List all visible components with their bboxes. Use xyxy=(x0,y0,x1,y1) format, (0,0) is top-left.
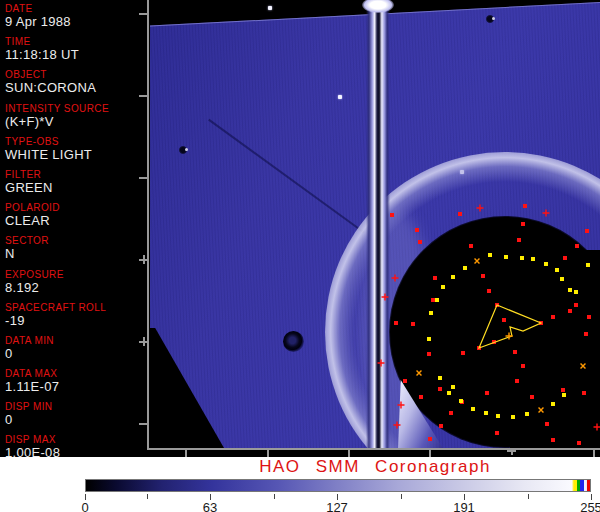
left-plus-mark xyxy=(139,337,148,346)
red-star-dot xyxy=(427,352,431,356)
yellow-star-dot xyxy=(463,266,467,270)
metadata-label: DISP MIN xyxy=(5,401,146,412)
red-star-dot xyxy=(418,240,422,244)
yellow-star-dot xyxy=(544,262,548,266)
metadata-field: SECTORN xyxy=(5,235,146,261)
red-star-dot xyxy=(461,351,465,355)
yellow-star-dot xyxy=(484,411,488,415)
metadata-label: TYPE-OBS xyxy=(5,136,146,147)
yellow-star-dot xyxy=(531,257,535,261)
red-star-dot xyxy=(403,379,407,383)
red-star-dot xyxy=(521,222,525,226)
metadata-field: DISP MIN0 xyxy=(5,401,146,427)
red-star-dot xyxy=(469,244,473,248)
metadata-value: 8.192 xyxy=(5,280,146,295)
metadata-label: SPACECRAFT ROLL xyxy=(5,302,146,313)
red-star-dot xyxy=(513,350,517,354)
red-plus-mark xyxy=(392,275,399,282)
red-star-dot xyxy=(574,303,578,307)
metadata-field: SPACECRAFT ROLL-19 xyxy=(5,302,146,328)
colorbar-minor-tick xyxy=(401,494,402,499)
left-tick xyxy=(139,95,147,97)
metadata-field: INTENSITY SOURCE(K+F)*V xyxy=(5,103,146,129)
coronagraph-image-area[interactable] xyxy=(150,0,600,448)
colorbar-tick-label: 0 xyxy=(81,500,88,512)
red-star-dot xyxy=(394,321,398,325)
metadata-label: OBJECT xyxy=(5,69,146,80)
red-star-dot xyxy=(568,309,572,313)
red-star-dot xyxy=(575,244,579,248)
red-star-dot xyxy=(563,256,567,260)
colorbar-tick-label: 191 xyxy=(453,500,475,512)
red-plus-mark xyxy=(378,360,385,367)
yellow-star-dot xyxy=(488,253,492,257)
red-star-dot xyxy=(419,395,423,399)
yellow-star-dot xyxy=(438,376,442,380)
metadata-field: FILTERGREEN xyxy=(5,169,146,195)
red-star-dot xyxy=(438,387,442,391)
yellow-star-dot xyxy=(447,391,451,395)
metadata-label: FILTER xyxy=(5,169,146,180)
metadata-value: WHITE LIGHT xyxy=(5,147,146,162)
metadata-label: DATA MIN xyxy=(5,335,146,346)
red-star-dot xyxy=(517,238,521,242)
metadata-value: (K+F)*V xyxy=(5,114,146,129)
metadata-value: -19 xyxy=(5,313,146,328)
metadata-label: DATA MAX xyxy=(5,368,146,379)
red-plus-mark xyxy=(394,422,401,429)
footer-band: HAO SMM Coronagraph 063127191255 xyxy=(0,457,600,512)
red-star-dot xyxy=(521,364,525,368)
colorbar-tick-label: 127 xyxy=(326,500,348,512)
metadata-label: POLAROID xyxy=(5,202,146,213)
left-tick xyxy=(139,13,147,15)
red-star-dot xyxy=(502,318,506,322)
metadata-field: TIME11:18:18 UT xyxy=(5,36,146,62)
metadata-value: CLEAR xyxy=(5,213,146,228)
red-star-dot xyxy=(577,441,581,445)
metadata-value: 9 Apr 1988 xyxy=(5,14,146,29)
colorbar-minor-tick xyxy=(147,494,148,499)
yellow-star-dot xyxy=(451,385,455,389)
metadata-field: EXPOSURE8.192 xyxy=(5,269,146,295)
orange-x-mark xyxy=(578,361,588,371)
metadata-field: OBJECTSUN:CORONA xyxy=(5,69,146,95)
metadata-value: 0 xyxy=(5,412,146,427)
viewer-window: DATE9 Apr 1988TIME11:18:18 UTOBJECTSUN:C… xyxy=(0,0,600,512)
metadata-label: DISP MAX xyxy=(5,434,146,445)
red-star-dot xyxy=(551,315,555,319)
red-star-dot xyxy=(530,395,534,399)
red-plus-mark xyxy=(594,424,600,431)
orange-x-mark xyxy=(414,368,424,378)
star-field-overlay xyxy=(150,0,600,448)
red-plus-mark xyxy=(382,294,389,301)
bottom-tick xyxy=(348,450,350,457)
bottom-tick xyxy=(185,450,187,457)
red-star-dot xyxy=(390,213,394,217)
left-axis-line xyxy=(147,0,149,450)
metadata-field: DATA MIN0 xyxy=(5,335,146,361)
metadata-value: SUN:CORONA xyxy=(5,80,146,95)
yellow-star-dot xyxy=(568,288,572,292)
red-star-dot xyxy=(428,437,432,441)
red-star-dot xyxy=(431,298,435,302)
metadata-label: INTENSITY SOURCE xyxy=(5,103,146,114)
red-plus-mark xyxy=(398,402,405,409)
red-star-dot xyxy=(481,274,485,278)
yellow-star-dot xyxy=(511,415,515,419)
yellow-star-dot xyxy=(427,337,431,341)
metadata-field: DATA MAX1.11E-07 xyxy=(5,368,146,394)
yellow-star-dot xyxy=(574,290,578,294)
red-star-dot xyxy=(495,431,499,435)
red-plus-mark xyxy=(543,210,550,217)
metadata-value: 11:18:18 UT xyxy=(5,47,146,62)
yellow-star-dot xyxy=(555,268,559,272)
metadata-field: DATE9 Apr 1988 xyxy=(5,3,146,29)
yellow-star-dot xyxy=(496,414,500,418)
yellow-star-dot xyxy=(562,393,566,397)
colorbar-tick-label: 63 xyxy=(203,500,217,512)
yellow-star-dot xyxy=(471,407,475,411)
metadata-label: EXPOSURE xyxy=(5,269,146,280)
bottom-tick xyxy=(429,450,431,457)
red-star-dot xyxy=(485,391,489,395)
left-plus-mark xyxy=(139,255,148,264)
